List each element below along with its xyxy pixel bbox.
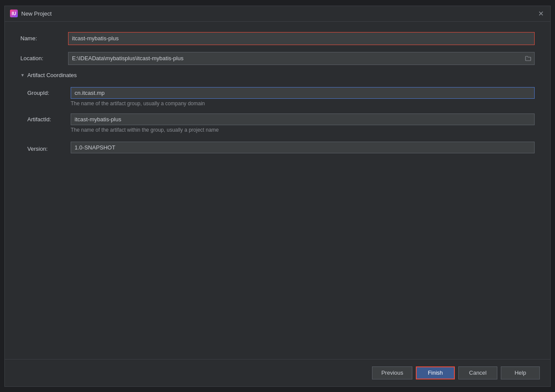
- folder-browse-button[interactable]: [522, 52, 535, 65]
- version-row: Version:: [27, 142, 535, 153]
- dialog-footer: Previous Finish Cancel Help: [5, 359, 550, 386]
- title-bar-left: IU New Project: [10, 10, 52, 17]
- close-button[interactable]: ✕: [536, 9, 545, 18]
- artifactid-field-wrapper: The name of the artifact within the grou…: [71, 113, 535, 138]
- finish-button[interactable]: Finish: [416, 366, 455, 379]
- app-icon-label: IU: [12, 11, 16, 16]
- groupid-label: GroupId:: [27, 87, 71, 96]
- version-label: Version:: [27, 143, 71, 152]
- version-input[interactable]: [71, 142, 535, 153]
- name-label: Name:: [20, 35, 68, 42]
- groupid-hint: The name of the artifact group, usually …: [71, 100, 535, 107]
- collapse-arrow-icon[interactable]: ▼: [20, 73, 25, 78]
- artifact-coordinates-section-header: ▼ Artifact Coordinates: [20, 72, 535, 78]
- cancel-button[interactable]: Cancel: [458, 366, 497, 379]
- artifact-coordinates-title: Artifact Coordinates: [27, 72, 77, 78]
- artifactid-row: ArtifactId: The name of the artifact wit…: [27, 113, 535, 138]
- dialog-content: Name: Location: ▼ Artifact Coordinates: [5, 22, 550, 359]
- artifactid-input[interactable]: [71, 113, 535, 125]
- app-icon: IU: [10, 10, 18, 17]
- version-field-wrapper: [71, 142, 535, 153]
- groupid-row: GroupId: The name of the artifact group,…: [27, 87, 535, 112]
- location-row: Location:: [20, 52, 535, 65]
- name-input[interactable]: [68, 32, 535, 45]
- location-label: Location:: [20, 55, 68, 62]
- dialog-title: New Project: [21, 10, 52, 17]
- previous-button[interactable]: Previous: [372, 366, 412, 379]
- name-row: Name:: [20, 32, 535, 45]
- groupid-input[interactable]: [71, 87, 535, 99]
- artifactid-hint: The name of the artifact within the grou…: [71, 127, 535, 133]
- location-input[interactable]: [68, 52, 535, 65]
- artifact-section: GroupId: The name of the artifact group,…: [20, 87, 535, 153]
- title-bar: IU New Project ✕: [5, 6, 550, 22]
- location-input-wrapper: [68, 52, 535, 65]
- groupid-field-wrapper: The name of the artifact group, usually …: [71, 87, 535, 112]
- new-project-dialog: IU New Project ✕ Name: Location:: [4, 6, 551, 387]
- help-button[interactable]: Help: [501, 366, 540, 379]
- artifactid-label: ArtifactId:: [27, 113, 71, 123]
